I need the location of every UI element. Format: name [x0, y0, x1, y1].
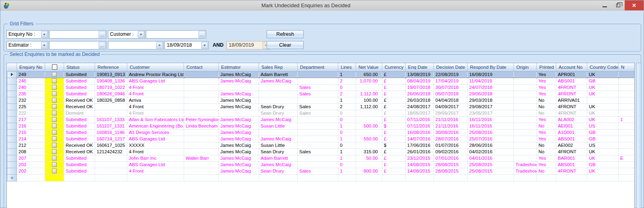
- row-selector[interactable]: [7, 97, 17, 103]
- column-header-department[interactable]: Department: [298, 63, 338, 71]
- table-row[interactable]: 217Submitted161107_1333Allan & Son Fabri…: [7, 116, 635, 123]
- enquiry-no-filter-combo[interactable]: Enquiry No :: [6, 30, 48, 39]
- column-header-customer[interactable]: Customer: [127, 63, 184, 71]
- customer-dropdown-button[interactable]: [138, 31, 144, 38]
- cell-country_code: UK: [587, 103, 619, 110]
- row-selector[interactable]: [7, 103, 17, 110]
- table-row[interactable]: 214Submitted160714_1217ABS Garages LtdJa…: [7, 136, 635, 142]
- vertical-scrollbar[interactable]: [636, 63, 642, 208]
- table-row[interactable]: 212Received OK160617_1025XXXXXJames McCa…: [7, 142, 635, 148]
- close-button[interactable]: ✕: [625, 0, 644, 10]
- column-header-country_code[interactable]: Country Code: [587, 63, 619, 71]
- column-header-printed[interactable]: Printed: [537, 63, 556, 71]
- column-header-lines[interactable]: Lines: [338, 63, 356, 71]
- column-header-reference[interactable]: Reference: [95, 63, 127, 71]
- row-checkbox[interactable]: [52, 136, 57, 141]
- customer-browse-button[interactable]: ...: [199, 31, 205, 38]
- table-row[interactable]: 249Submitted190813_0913Andrew Proctor Ra…: [7, 71, 635, 78]
- enquiry-no-filter-input[interactable]: ...: [49, 30, 106, 39]
- column-header-decision_date[interactable]: Decision Date: [434, 63, 468, 71]
- customer-filter-combo[interactable]: Customer :: [108, 30, 145, 39]
- column-header-note[interactable]: N: [619, 63, 635, 71]
- refresh-button[interactable]: Refresh: [267, 30, 304, 38]
- row-checkbox[interactable]: [52, 169, 57, 173]
- table-row[interactable]: 245Submitted190408_1336ABS Garages LtdJa…: [7, 78, 635, 84]
- row-selector[interactable]: [7, 123, 17, 129]
- cell-decision_date: 28/07/2016: [434, 136, 468, 142]
- row-selector[interactable]: [7, 142, 17, 148]
- estimator-filter-input[interactable]: ...: [49, 41, 106, 49]
- row-selector[interactable]: [7, 116, 17, 123]
- row-selector[interactable]: [7, 168, 17, 174]
- column-header-status[interactable]: Status: [64, 63, 95, 71]
- cell-origin: [514, 142, 537, 148]
- estimator-filter-combo[interactable]: Estimator :: [6, 41, 48, 49]
- estimator-browse-button[interactable]: ...: [99, 42, 106, 49]
- row-selector[interactable]: [7, 78, 17, 84]
- row-selector[interactable]: [7, 84, 17, 91]
- row-checkbox[interactable]: [52, 111, 57, 115]
- row-selector[interactable]: ✳: [7, 174, 17, 181]
- row-checkbox[interactable]: [52, 162, 57, 167]
- row-checkbox[interactable]: [52, 143, 57, 148]
- row-checkbox[interactable]: [52, 156, 57, 161]
- row-checkbox[interactable]: [52, 98, 57, 103]
- estimator-dropdown-button[interactable]: [41, 42, 48, 49]
- column-header-currency[interactable]: Currency: [382, 63, 406, 71]
- column-header-enq_date[interactable]: Enq Date: [406, 63, 434, 71]
- table-row[interactable]: 202Submitted4 FrontJames McCaigSean Drur…: [7, 168, 635, 174]
- row-selector[interactable]: [7, 91, 17, 97]
- row-checkbox[interactable]: [52, 130, 57, 135]
- select-all-checkbox[interactable]: [52, 64, 57, 70]
- enquiry-no-dropdown-button[interactable]: [41, 31, 48, 38]
- cell-account_no: 4FRONT: [556, 148, 587, 155]
- date-from-dropdown-button[interactable]: [201, 42, 208, 49]
- row-checkbox[interactable]: [52, 72, 57, 77]
- column-header-respond_by_date[interactable]: Respond By Date: [468, 63, 514, 71]
- date-field-dropdown-button[interactable]: [156, 42, 163, 49]
- row-checkbox[interactable]: [52, 78, 57, 83]
- row-selector[interactable]: [7, 148, 17, 155]
- column-header-sales_rep[interactable]: Sales Rep: [259, 63, 298, 71]
- clear-button[interactable]: Clear: [267, 41, 304, 49]
- table-row[interactable]: 232Received OK180326_0858ArrivaJames McC…: [7, 97, 635, 103]
- row-checkbox[interactable]: [52, 117, 57, 122]
- table-row[interactable]: 222Dormant4 FrontSean DrurySales0£18/05/…: [7, 110, 635, 116]
- table-row[interactable]: 216Submitted161107_1331American Engineer…: [7, 123, 635, 129]
- row-selector[interactable]: [7, 71, 17, 78]
- minimize-button[interactable]: [598, 0, 611, 10]
- column-header-contact[interactable]: Contact: [184, 63, 219, 71]
- table-row[interactable]: 203SubmittedABS Garages LtdJames McCaigJ…: [7, 161, 635, 168]
- row-selector[interactable]: [7, 155, 17, 161]
- row-selector[interactable]: [7, 129, 17, 136]
- cell-enquiry_no: 202: [17, 168, 45, 174]
- table-row[interactable]: 240Submitted180719_10224 FrontSales0£19/…: [7, 84, 635, 91]
- column-header-net_value[interactable]: Net Value: [356, 63, 382, 71]
- row-selector[interactable]: [7, 110, 17, 116]
- row-checkbox[interactable]: [52, 85, 57, 90]
- new-row[interactable]: ✳: [7, 174, 635, 181]
- column-header-check[interactable]: [45, 63, 64, 71]
- column-header-estimator[interactable]: Estimator: [219, 63, 259, 71]
- date-field-combo[interactable]: [108, 41, 164, 49]
- row-checkbox[interactable]: [52, 149, 57, 154]
- cell-decision_date: 30/07/2018: [434, 84, 468, 91]
- row-checkbox[interactable]: [52, 91, 57, 96]
- enquiry-no-browse-button[interactable]: ...: [99, 31, 106, 38]
- cell-decision_date: 04/09/2017: [434, 103, 468, 110]
- date-from-combo[interactable]: 18/09/2018: [164, 41, 209, 49]
- table-row[interactable]: 208Received OK12124242324 FrontJames McC…: [7, 148, 635, 155]
- column-header-account_no[interactable]: Account No: [556, 63, 587, 71]
- row-selector[interactable]: [7, 136, 17, 142]
- row-checkbox[interactable]: [52, 124, 57, 128]
- table-row[interactable]: 207SubmittedJohn Barr IncWalter BarrJame…: [7, 155, 635, 161]
- row-checkbox[interactable]: [52, 104, 57, 109]
- row-selector[interactable]: [7, 161, 17, 168]
- restore-button[interactable]: [611, 0, 625, 10]
- customer-filter-input[interactable]: ...: [146, 30, 206, 39]
- table-row[interactable]: 225Received OK4 FrontJames McCaigSean Dr…: [7, 103, 635, 110]
- column-header-enquiry_no[interactable]: Enquiry No: [17, 63, 45, 71]
- column-header-origin[interactable]: Origin: [514, 63, 537, 71]
- table-row[interactable]: 235Submitted180626_09464 FrontJames McCa…: [7, 91, 635, 97]
- table-row[interactable]: 215Submitted160816_1146A1 Design Service…: [7, 129, 635, 136]
